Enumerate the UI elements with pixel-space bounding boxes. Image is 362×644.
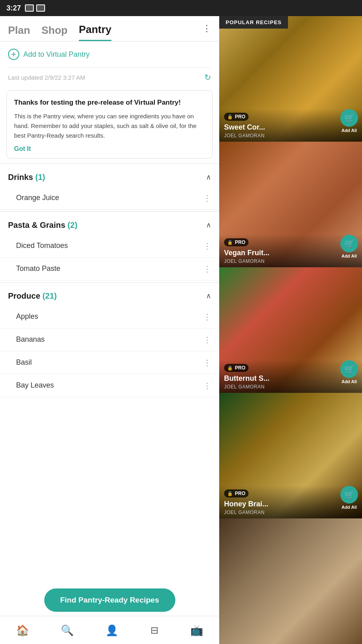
add-all-text-1: Add All <box>341 128 357 133</box>
tab-plan[interactable]: Plan <box>8 24 30 41</box>
item-bay-leaves-menu[interactable]: ⋮ <box>203 381 211 390</box>
text-icon <box>36 4 45 12</box>
pro-badge-2: 🔒 PRO <box>224 238 249 246</box>
lock-icon-4: 🔒 <box>227 491 233 496</box>
last-updated-text: Last updated 2/9/22 3:27 AM <box>8 74 85 81</box>
chevron-produce: ∧ <box>206 291 211 300</box>
category-pasta[interactable]: Pasta & Grains (2) ∧ <box>0 213 219 235</box>
item-basil-name: Basil <box>16 358 32 367</box>
chevron-drinks: ∧ <box>206 173 211 182</box>
item-bay-leaves-name: Bay Leaves <box>16 381 54 390</box>
recipe-1-title: Sweet Cor... <box>224 123 357 132</box>
recipe-2-author: JOEL GAMORAN <box>224 258 357 264</box>
item-bananas-menu[interactable]: ⋮ <box>203 335 211 345</box>
add-all-btn-4[interactable]: 🛒 Add All <box>340 486 358 510</box>
status-icons <box>25 4 45 12</box>
recipe-5-image <box>219 518 362 644</box>
add-all-text-2: Add All <box>341 254 357 258</box>
add-pantry-label: Add to Virtual Pantry <box>23 50 90 59</box>
category-produce-title: Produce (21) <box>8 291 57 301</box>
recipe-card-5 <box>219 518 362 644</box>
got-it-button[interactable]: Got It <box>14 145 31 152</box>
chevron-pasta: ∧ <box>206 221 211 229</box>
item-tomato-paste-name: Tomato Paste <box>16 264 60 273</box>
cart-icon-4: 🛒 <box>340 486 358 504</box>
item-tomato-paste-menu[interactable]: ⋮ <box>203 264 211 274</box>
item-diced-tomatoes-name: Diced Tomatoes <box>16 242 68 250</box>
pro-badge-4: 🔒 PRO <box>224 489 249 497</box>
nav-tv[interactable]: 📺 <box>190 625 203 636</box>
tab-shop[interactable]: Shop <box>41 24 68 41</box>
find-pantry-recipes-button[interactable]: Find Pantry-Ready Recipes <box>44 588 175 612</box>
right-panel: POPULAR RECIPES 🔒 PRO Sweet Cor... JOEL … <box>219 16 362 644</box>
tv-icon: 📺 <box>190 625 203 636</box>
add-pantry-row[interactable]: + Add to Virtual Pantry <box>0 41 219 67</box>
item-orange-juice: Orange Juice ⋮ <box>0 187 219 210</box>
item-bananas-name: Bananas <box>16 335 45 344</box>
item-apples-menu[interactable]: ⋮ <box>203 312 211 322</box>
info-card-body: This is the Pantry view, where you can s… <box>14 111 205 140</box>
add-all-btn-2[interactable]: 🛒 Add All <box>340 235 358 258</box>
popular-recipes-banner: POPULAR RECIPES <box>219 16 288 29</box>
item-basil-menu[interactable]: ⋮ <box>203 358 211 367</box>
recipe-4-title: Honey Brai... <box>224 500 357 509</box>
more-options-icon[interactable]: ⋮ <box>202 23 211 34</box>
status-bar: 3:27 <box>0 0 362 16</box>
bottom-nav: 🏠 🔍 👤 ⊟ 📺 <box>0 616 219 644</box>
nav-search[interactable]: 🔍 <box>61 625 74 636</box>
recipe-2-title: Vegan Fruit... <box>224 249 357 258</box>
recipe-3-author: JOEL GAMORAN <box>224 384 357 390</box>
section-sep-2 <box>0 211 219 212</box>
left-panel: Plan Shop Pantry ⋮ + Add to Virtual Pant… <box>0 16 219 644</box>
recipe-3-title: Butternut S... <box>224 374 357 383</box>
recipe-card-1: 🔒 PRO Sweet Cor... JOEL GAMORAN 🛒 Add Al… <box>219 16 362 142</box>
cart-icon-2: 🛒 <box>340 235 358 252</box>
gallery-icon <box>25 4 34 12</box>
add-all-btn-3[interactable]: 🛒 Add All <box>340 360 358 384</box>
item-apples: Apples ⋮ <box>0 305 219 328</box>
last-updated-row: Last updated 2/9/22 3:27 AM ↻ <box>0 68 219 87</box>
nav-home[interactable]: 🏠 <box>16 625 29 636</box>
item-diced-tomatoes-menu[interactable]: ⋮ <box>203 241 211 251</box>
recipe-4-author: JOEL GAMORAN <box>224 510 357 515</box>
recipe-1-author: JOEL GAMORAN <box>224 133 357 138</box>
pro-badge-3: 🔒 PRO <box>224 364 249 372</box>
item-orange-juice-menu[interactable]: ⋮ <box>203 193 211 203</box>
tabs-header: Plan Shop Pantry ⋮ <box>0 16 219 41</box>
item-orange-juice-name: Orange Juice <box>16 194 59 202</box>
tab-pantry[interactable]: Pantry <box>79 23 111 41</box>
main-layout: Plan Shop Pantry ⋮ + Add to Virtual Pant… <box>0 16 362 644</box>
recipe-card-4: 🔒 PRO Honey Brai... JOEL GAMORAN 🛒 Add A… <box>219 393 362 518</box>
nav-profile[interactable]: 👤 <box>105 625 118 636</box>
category-drinks[interactable]: Drinks (1) ∧ <box>0 165 219 187</box>
section-sep-3 <box>0 282 219 283</box>
lock-icon-1: 🔒 <box>227 114 233 120</box>
info-card-title: Thanks for testing the pre-release of Vi… <box>14 98 205 107</box>
nav-list[interactable]: ⊟ <box>150 625 158 635</box>
item-tomato-paste: Tomato Paste ⋮ <box>0 258 219 281</box>
add-all-text-4: Add All <box>341 505 357 510</box>
profile-icon: 👤 <box>105 625 118 636</box>
pro-badge-1: 🔒 PRO <box>224 113 249 121</box>
item-basil: Basil ⋮ <box>0 351 219 374</box>
refresh-icon[interactable]: ↻ <box>204 72 211 82</box>
lock-icon-3: 🔒 <box>227 365 233 371</box>
add-all-btn-1[interactable]: 🛒 Add All <box>340 109 358 133</box>
info-card: Thanks for testing the pre-release of Vi… <box>6 90 213 159</box>
category-pasta-title: Pasta & Grains (2) <box>8 221 77 230</box>
category-drinks-title: Drinks (1) <box>8 173 45 182</box>
section-sep-1 <box>0 163 219 164</box>
status-time: 3:27 <box>6 4 21 12</box>
item-bay-leaves: Bay Leaves ⋮ <box>0 374 219 397</box>
list-icon: ⊟ <box>150 625 158 635</box>
home-icon: 🏠 <box>16 625 29 636</box>
lock-icon-2: 🔒 <box>227 240 233 245</box>
item-bananas: Bananas ⋮ <box>0 328 219 351</box>
recipe-cards-list: 🔒 PRO Sweet Cor... JOEL GAMORAN 🛒 Add Al… <box>219 16 362 644</box>
add-pantry-icon: + <box>8 49 19 60</box>
recipe-card-3: 🔒 PRO Butternut S... JOEL GAMORAN 🛒 Add … <box>219 267 362 393</box>
category-produce[interactable]: Produce (21) ∧ <box>0 284 219 305</box>
search-icon: 🔍 <box>61 625 74 636</box>
item-diced-tomatoes: Diced Tomatoes ⋮ <box>0 235 219 258</box>
recipe-card-2: 🔒 PRO Vegan Fruit... JOEL GAMORAN 🛒 Add … <box>219 142 362 267</box>
